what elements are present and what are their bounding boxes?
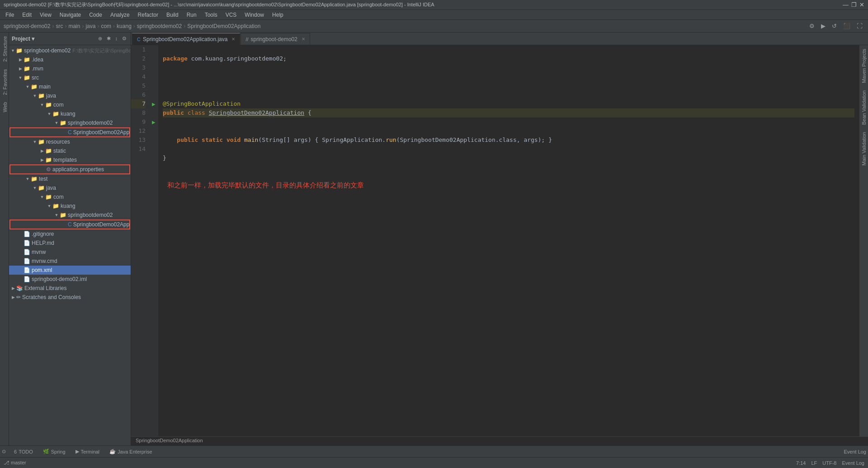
menu-edit[interactable]: Edit — [19, 11, 35, 19]
tree-item-mvn[interactable]: ▶ 📁 .mvn — [9, 64, 131, 73]
web-tab[interactable]: Web — [0, 98, 9, 116]
nav-run-icon[interactable]: ▶ — [819, 22, 827, 30]
tree-item-iml[interactable]: 📄 springboot-demo02.iml — [9, 275, 131, 284]
tree-item-java[interactable]: ▼ 📁 java — [9, 91, 131, 100]
todo-tab[interactable]: 6 TODO — [9, 447, 38, 457]
maven-projects-tab[interactable]: Maven Projects — [860, 45, 868, 87]
menu-run[interactable]: Run — [183, 11, 200, 19]
tree-item-main[interactable]: ▼ 📁 main — [9, 82, 131, 91]
breadcrumb-java[interactable]: java — [85, 23, 95, 29]
menu-refactor[interactable]: Refactor — [134, 11, 162, 19]
tree-item-static[interactable]: ▶ 📁 static — [9, 146, 131, 155]
menu-view[interactable]: View — [36, 11, 55, 19]
tab-comment-icon: // — [245, 37, 248, 42]
main-validation-tab[interactable]: Main Validation — [860, 128, 868, 169]
breadcrumb-springbootdemo02[interactable]: springbootdemo02 — [137, 23, 182, 29]
breadcrumb-src[interactable]: src — [56, 23, 63, 29]
close-button[interactable]: ✕ — [859, 1, 864, 8]
git-branch[interactable]: ⎇ master — [4, 460, 26, 466]
tree-item-springbootdemo02-app[interactable]: C SpringbootDemo02App — [10, 128, 130, 137]
panel-locate-icon[interactable]: ⊕ — [97, 35, 104, 42]
minimize-button[interactable]: — — [843, 1, 849, 8]
bean-validation-tab[interactable]: Bean Validation — [860, 87, 868, 128]
menu-navigate[interactable]: Navigate — [56, 11, 85, 19]
tab-demo02-label: springboot-demo02 — [251, 36, 297, 42]
tree-item-springbootdemo02-folder[interactable]: ▼ 📁 springbootdemo02 — [9, 118, 131, 127]
structure-tab[interactable]: 2: Structure — [0, 33, 9, 66]
tree-item-test-springbootdemo02-app[interactable]: C SpringbootDemo02App — [10, 220, 130, 229]
tree-item-templates[interactable]: ▶ 📁 templates — [9, 155, 131, 164]
panel-collapse-icon[interactable]: ✱ — [105, 35, 112, 42]
tree-item-com[interactable]: ▼ 📁 com — [9, 100, 131, 109]
menu-vcs[interactable]: VCS — [222, 11, 241, 19]
project-tree: ▼ 📁 springboot-demo02 F:\数学\实完记录\SpringB… — [9, 45, 131, 445]
favorites-tab[interactable]: 2: Favorites — [0, 66, 9, 98]
maximize-button[interactable]: ❐ — [851, 1, 857, 8]
tree-item-scratches[interactable]: ▶ ✏ Scratches and Consoles — [9, 293, 131, 302]
tree-item-test-kuang[interactable]: ▼ 📁 kuang — [9, 201, 131, 211]
status-bar: ⎇ master 7:14 LF UTF-8 Event Log — [0, 457, 868, 468]
run-method-icon[interactable]: ▶ — [149, 117, 158, 126]
menu-help[interactable]: Help — [269, 11, 287, 19]
menu-code[interactable]: Code — [85, 11, 106, 19]
tree-item-external-libraries[interactable]: ▶ 📚 External Libraries — [9, 284, 131, 293]
line-endings[interactable]: LF — [811, 460, 817, 466]
event-log-status[interactable]: Event Log — [842, 460, 864, 466]
tab-app-label: SpringbootDemo02Application.java — [143, 36, 227, 42]
window-controls[interactable]: — ❐ ✕ — [843, 1, 864, 8]
breadcrumb-main[interactable]: main — [68, 23, 80, 29]
panel-settings-icon[interactable]: ⚙ — [121, 35, 128, 42]
tree-item-test-springbootdemo02[interactable]: ▼ 📁 springbootdemo02 — [9, 211, 131, 220]
menu-build[interactable]: Build — [163, 11, 182, 19]
tree-item-mvnw-cmd[interactable]: 📄 mvnw.cmd — [9, 257, 131, 266]
breadcrumb-application[interactable]: SpringbootDemo02Application — [187, 23, 260, 29]
nav-rerun-icon[interactable]: ↺ — [830, 22, 839, 30]
run-class-icon[interactable]: ▶ — [149, 99, 158, 108]
cursor-position[interactable]: 7:14 — [796, 460, 806, 466]
nav-expand-icon[interactable]: ⛶ — [855, 22, 864, 30]
tree-item-src[interactable]: ▼ 📁 src — [9, 73, 131, 82]
breadcrumb-com[interactable]: com — [101, 23, 111, 29]
tree-item-root[interactable]: ▼ 📁 springboot-demo02 F:\数学\实完记录\SpringB… — [9, 46, 131, 55]
status-bar-right: 7:14 LF UTF-8 Event Log — [796, 460, 864, 466]
tree-item-idea[interactable]: ▶ 📁 .idea — [9, 55, 131, 64]
tree-item-resources[interactable]: ▼ 📁 resources — [9, 137, 131, 146]
editor-content: 1 2 3 4 5 6 7 8 9 12 13 14 — [131, 45, 859, 436]
bottom-service-icon: ⊙ — [2, 449, 6, 454]
nav-settings-icon[interactable]: ⚙ — [807, 22, 816, 30]
encoding[interactable]: UTF-8 — [822, 460, 836, 466]
spring-tab[interactable]: 🌿 Spring — [38, 447, 70, 457]
tab-springboot-app[interactable]: C SpringbootDemo02Application.java ✕ — [132, 33, 240, 45]
menu-analyze[interactable]: Analyze — [107, 11, 133, 19]
menu-tools[interactable]: Tools — [201, 11, 221, 19]
java-enterprise-tab[interactable]: ☕ Java Enterprise — [105, 447, 156, 457]
breadcrumb-bar: springboot-demo02 › src › main › java › … — [0, 20, 868, 33]
project-panel: Project ▾ ⊕ ✱ ↕ ⚙ ▼ 📁 springboot-demo02 … — [9, 33, 131, 445]
nav-bar-right: ⚙ ▶ ↺ ⬛ ⛶ — [807, 22, 864, 30]
java-enterprise-icon: ☕ — [109, 449, 116, 454]
menu-window[interactable]: Window — [241, 11, 268, 19]
panel-sort-icon[interactable]: ↕ — [114, 35, 119, 42]
tab-springboot-demo02[interactable]: // springboot-demo02 ✕ — [241, 33, 310, 45]
line-numbers: 1 2 3 4 5 6 7 8 9 12 13 14 — [131, 45, 149, 436]
tree-item-kuang[interactable]: ▼ 📁 kuang — [9, 109, 131, 118]
tree-item-test-java[interactable]: ▼ 📁 java — [9, 183, 131, 192]
tree-item-help-md[interactable]: 📄 HELP.md — [9, 239, 131, 248]
code-editor[interactable]: package com.kuang.springbootdemo02; @Spr… — [158, 45, 859, 436]
editor-class-name: SpringbootDemo02Application — [136, 438, 203, 443]
breadcrumb-kuang[interactable]: kuang — [117, 23, 132, 29]
tab-demo02-close-button[interactable]: ✕ — [302, 37, 305, 42]
breadcrumb-project[interactable]: springboot-demo02 — [4, 23, 50, 29]
event-log-label[interactable]: Event Log — [844, 449, 866, 454]
tree-item-application-properties[interactable]: ⚙ application.properties — [10, 165, 130, 174]
tree-item-pom-xml[interactable]: 📄 pom.xml — [9, 266, 131, 275]
tree-item-test[interactable]: ▼ 📁 test — [9, 174, 131, 183]
tree-item-mvnw[interactable]: 📄 mvnw — [9, 248, 131, 257]
menu-file[interactable]: File — [2, 11, 18, 19]
terminal-tab[interactable]: ▶ Terminal — [71, 447, 104, 457]
tab-close-button[interactable]: ✕ — [231, 37, 235, 42]
nav-stop-icon[interactable]: ⬛ — [841, 22, 852, 30]
tree-item-test-com[interactable]: ▼ 📁 com — [9, 192, 131, 201]
tree-item-gitignore[interactable]: 📄 .gitignore — [9, 229, 131, 239]
panel-header-icons: ⊕ ✱ ↕ ⚙ — [97, 35, 128, 42]
